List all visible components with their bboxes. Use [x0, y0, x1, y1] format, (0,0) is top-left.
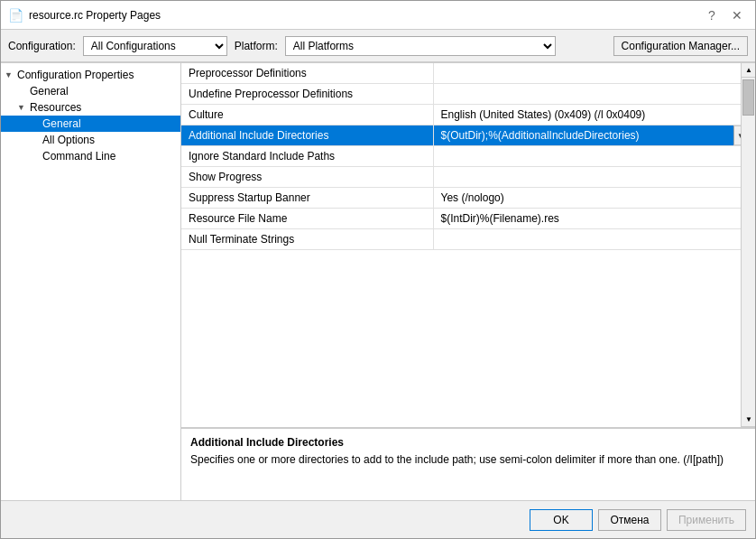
config-label: Configuration:: [8, 40, 76, 52]
scrollbar[interactable]: ▲ ▼: [741, 63, 755, 427]
prop-name-cell: Ignore Standard Include Paths: [181, 146, 433, 167]
scroll-thumb-area: [742, 78, 755, 413]
prop-name-cell: Additional Include Directories: [181, 125, 433, 146]
sidebar-item-label: Command Line: [42, 150, 115, 163]
sidebar-item-label: Configuration Properties: [17, 69, 134, 81]
prop-name-cell: Resource File Name: [181, 209, 433, 229]
sidebar-item-label: General: [42, 117, 81, 130]
prop-value-cell: Yes (/nologo): [434, 188, 742, 208]
ok-button[interactable]: OK: [530, 509, 593, 531]
prop-value-cell: [434, 229, 742, 249]
prop-table-container: Preprocessor DefinitionsUndefine Preproc…: [181, 63, 755, 428]
sidebar-item-all-options[interactable]: All Options: [1, 132, 180, 148]
scroll-up-arrow[interactable]: ▲: [742, 63, 755, 78]
prop-name-cell: Preprocessor Definitions: [181, 63, 433, 84]
window-title: resource.rc Property Pages: [29, 9, 161, 22]
prop-name-cell: Show Progress: [181, 167, 433, 188]
tree-arrow: ▼: [17, 103, 30, 112]
prop-value-cell: English (United States) (0x409) (/l 0x04…: [434, 105, 742, 125]
sidebar-item-label: Resources: [30, 101, 81, 114]
config-select[interactable]: All ConfigurationsDebugRelease: [83, 36, 227, 56]
platform-label: Platform:: [235, 40, 278, 52]
tree-arrow: ▼: [5, 70, 17, 79]
sidebar-item-resources[interactable]: ▼ Resources: [1, 99, 180, 116]
table-row[interactable]: Show Progress: [181, 167, 741, 188]
table-row[interactable]: Preprocessor Definitions: [181, 63, 741, 84]
title-bar-left: 📄 resource.rc Property Pages: [8, 8, 161, 23]
prop-name-cell: Undefine Preprocessor Definitions: [181, 84, 433, 105]
help-button[interactable]: ?: [701, 5, 723, 26]
prop-value-cell: [434, 63, 742, 83]
prop-table: Preprocessor DefinitionsUndefine Preproc…: [181, 63, 741, 250]
description-text: Specifies one or more directories to add…: [190, 452, 746, 468]
prop-name-cell: Suppress Startup Banner: [181, 188, 433, 209]
table-row[interactable]: Resource File Name$(IntDir)%(Filename).r…: [181, 209, 741, 229]
main-content: ▼ Configuration Properties General ▼ Res…: [1, 62, 755, 500]
close-button[interactable]: ✕: [726, 5, 748, 26]
scroll-down-arrow[interactable]: ▼: [742, 413, 755, 427]
sidebar-item-label: All Options: [42, 134, 95, 146]
footer: OK Отмена Применить: [1, 500, 755, 538]
value-dropdown-btn[interactable]: ▼: [733, 125, 741, 145]
prop-value-cell: [434, 167, 742, 187]
property-pages-window: 📄 resource.rc Property Pages ? ✕ Configu…: [0, 0, 756, 539]
apply-button[interactable]: Применить: [667, 509, 746, 531]
config-manager-button[interactable]: Configuration Manager...: [613, 36, 748, 56]
prop-name-cell: Null Terminate Strings: [181, 229, 433, 250]
prop-value-cell: [434, 146, 742, 166]
scroll-thumb[interactable]: [742, 79, 754, 116]
table-row[interactable]: Suppress Startup BannerYes (/nologo): [181, 188, 741, 209]
sidebar-item-config-props[interactable]: ▼ Configuration Properties: [1, 67, 180, 83]
table-row[interactable]: Additional Include Directories$(OutDir);…: [181, 125, 741, 146]
prop-value-cell: [434, 84, 742, 104]
platform-select[interactable]: All PlatformsWin32x64: [285, 36, 556, 56]
sidebar-item-general-res[interactable]: General: [1, 116, 180, 132]
toolbar: Configuration: All ConfigurationsDebugRe…: [1, 30, 755, 62]
prop-value-cell[interactable]: $(OutDir);%(AdditionalIncludeDirectories…: [434, 125, 742, 145]
sidebar-item-label: General: [30, 85, 69, 98]
sidebar-item-general-top[interactable]: General: [1, 83, 180, 99]
title-bar: 📄 resource.rc Property Pages ? ✕: [1, 1, 755, 30]
prop-name-cell: Culture: [181, 105, 433, 125]
description-panel: Additional Include Directories Specifies…: [181, 428, 755, 500]
table-row[interactable]: Null Terminate Strings: [181, 229, 741, 250]
title-bar-right: ? ✕: [701, 5, 748, 26]
window-icon: 📄: [8, 8, 23, 23]
table-row[interactable]: Ignore Standard Include Paths: [181, 146, 741, 167]
table-row[interactable]: Undefine Preprocessor Definitions: [181, 84, 741, 105]
prop-value-cell: $(IntDir)%(Filename).res: [434, 209, 742, 228]
cancel-button[interactable]: Отмена: [598, 509, 661, 531]
description-title: Additional Include Directories: [190, 436, 746, 449]
sidebar: ▼ Configuration Properties General ▼ Res…: [1, 63, 181, 500]
sidebar-item-command-line[interactable]: Command Line: [1, 148, 180, 164]
table-row[interactable]: CultureEnglish (United States) (0x409) (…: [181, 105, 741, 125]
properties-panel: Preprocessor DefinitionsUndefine Preproc…: [181, 63, 755, 500]
